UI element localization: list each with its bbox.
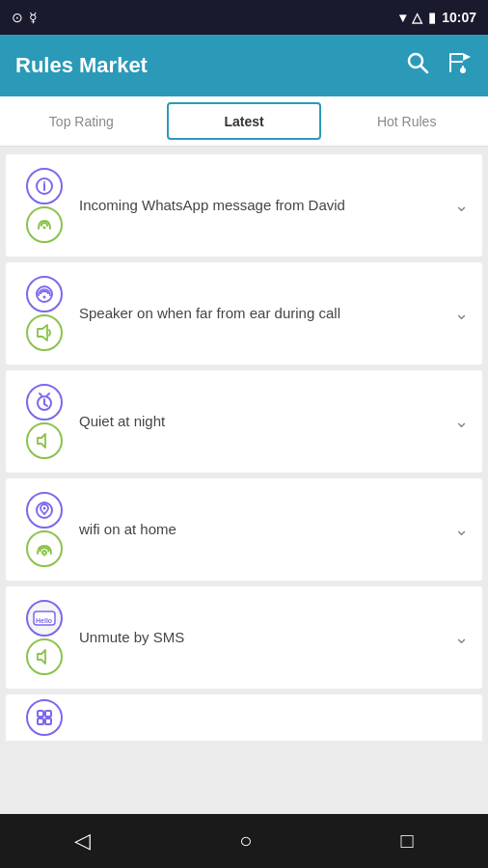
svg-line-1 <box>421 66 428 72</box>
rule-card-2[interactable]: Speaker on when far from ear during call… <box>6 262 482 365</box>
home-button[interactable]: ○ <box>239 828 252 854</box>
rule-expand-4[interactable]: ⌄ <box>454 519 469 540</box>
status-bar: ⊙ ☿ ▾ △ ▮ 10:07 <box>0 0 488 35</box>
rule-text-2: Speaker on when far from ear during call <box>79 304 445 323</box>
rule-expand-1[interactable]: ⌄ <box>454 195 469 216</box>
rule-expand-5[interactable]: ⌄ <box>454 627 469 648</box>
status-icons-right: ▾ △ ▮ 10:07 <box>399 10 476 25</box>
rule-text-4: wifi on at home <box>79 520 445 539</box>
rule-card-partial[interactable] <box>6 694 482 741</box>
rules-list: Incoming WhatsApp message from David ⌄ S… <box>0 147 488 814</box>
svg-line-18 <box>40 393 41 395</box>
rule-card-3[interactable]: Quiet at night ⌄ <box>6 370 482 473</box>
signal-icon: △ <box>412 10 422 25</box>
time: 10:07 <box>442 10 476 25</box>
rule-action-icon-1 <box>26 206 63 243</box>
svg-rect-7 <box>462 66 464 70</box>
rule-expand-3[interactable]: ⌄ <box>454 411 469 432</box>
tab-hot-rules[interactable]: Hot Rules <box>325 96 488 146</box>
app-bar: Rules Market <box>0 35 488 96</box>
rule-card-5[interactable]: Hello Unmute by SMS ⌄ <box>6 586 482 689</box>
tab-bar: Top Rating Latest Hot Rules <box>0 96 488 147</box>
rule-action-icon-4 <box>26 530 63 567</box>
svg-line-17 <box>44 404 47 406</box>
svg-point-23 <box>43 554 46 556</box>
svg-rect-28 <box>45 711 51 717</box>
svg-point-22 <box>43 507 46 510</box>
svg-marker-26 <box>38 650 45 664</box>
svg-marker-14 <box>38 325 47 340</box>
status-icons-left: ⊙ ☿ <box>12 10 38 25</box>
svg-rect-2 <box>449 53 451 72</box>
guide-icon[interactable] <box>446 49 473 83</box>
svg-rect-27 <box>38 711 43 717</box>
svg-point-11 <box>43 227 46 230</box>
tab-latest[interactable]: Latest <box>163 96 326 146</box>
rule-card-4[interactable]: wifi on at home ⌄ <box>6 478 482 581</box>
svg-rect-3 <box>451 53 463 55</box>
svg-text:Hello: Hello <box>36 617 52 624</box>
app-bar-actions <box>405 49 473 83</box>
rule-trigger-icon-1 <box>26 168 63 204</box>
rule-trigger-icon-2 <box>26 276 63 312</box>
rule-text-1: Incoming WhatsApp message from David <box>79 196 445 215</box>
rule-trigger-icon-4 <box>26 492 63 529</box>
rule-icons-3 <box>19 384 69 459</box>
rule-trigger-icon-5: Hello <box>26 600 63 637</box>
android-icon: ☿ <box>29 10 38 25</box>
svg-line-19 <box>47 393 49 395</box>
svg-point-13 <box>43 296 46 299</box>
rule-trigger-icon-partial <box>26 699 63 736</box>
svg-rect-4 <box>451 61 463 63</box>
circle-icon: ⊙ <box>12 10 23 25</box>
wifi-icon: ▾ <box>399 10 406 25</box>
svg-marker-5 <box>463 53 471 61</box>
rule-icons-partial <box>19 699 69 736</box>
search-icon[interactable] <box>405 50 430 82</box>
rule-icons-5: Hello <box>19 600 69 675</box>
rule-text-3: Quiet at night <box>79 412 445 431</box>
rule-action-icon-2 <box>26 314 63 351</box>
bottom-nav: ◁ ○ □ <box>0 814 488 868</box>
rule-icons-4 <box>19 492 69 567</box>
rule-action-icon-5 <box>26 638 63 675</box>
rule-trigger-icon-3 <box>26 384 63 420</box>
svg-rect-29 <box>38 719 43 724</box>
rule-text-5: Unmute by SMS <box>79 628 445 647</box>
tab-top-rating[interactable]: Top Rating <box>0 96 163 146</box>
rule-action-icon-3 <box>26 422 63 459</box>
back-button[interactable]: ◁ <box>74 828 91 854</box>
recents-button[interactable]: □ <box>401 828 414 854</box>
battery-icon: ▮ <box>428 10 436 25</box>
svg-point-10 <box>43 181 45 183</box>
rule-icons-2 <box>19 276 69 351</box>
rule-expand-2[interactable]: ⌄ <box>454 303 469 324</box>
rule-icons-1 <box>19 168 69 243</box>
rule-card-1[interactable]: Incoming WhatsApp message from David ⌄ <box>6 154 482 257</box>
svg-marker-20 <box>38 434 45 448</box>
svg-rect-30 <box>45 719 51 724</box>
app-title: Rules Market <box>15 53 148 78</box>
